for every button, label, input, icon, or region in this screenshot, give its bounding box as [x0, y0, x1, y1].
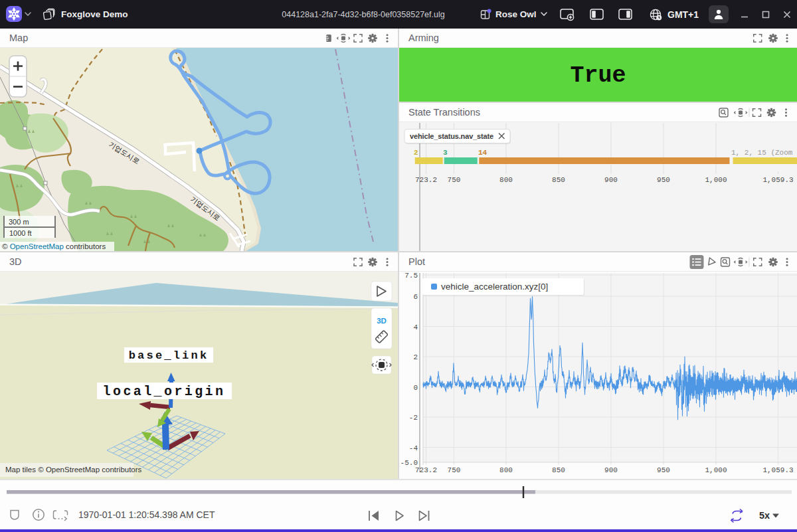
svg-text:2: 2: [413, 353, 418, 361]
svg-text:7.5: 7.5: [404, 272, 418, 280]
svg-text:900: 900: [604, 176, 618, 184]
svg-text:850: 850: [552, 176, 565, 184]
svg-text:0: 0: [413, 384, 418, 392]
svg-text:5x: 5x: [759, 510, 770, 521]
svg-text:1000 ft: 1000 ft: [9, 229, 32, 237]
svg-text:14: 14: [478, 149, 487, 157]
svg-text:4: 4: [413, 323, 418, 331]
svg-text:-2: -2: [409, 414, 418, 422]
svg-text:900: 900: [604, 466, 618, 474]
svg-text:1, 2, 15 (Zoom fo: 1, 2, 15 (Zoom fo: [731, 149, 797, 157]
svg-text:950: 950: [657, 466, 670, 474]
svg-text:800: 800: [499, 176, 513, 184]
svg-text:800: 800: [499, 466, 513, 474]
svg-text:1,000: 1,000: [705, 176, 727, 184]
svg-text:Map tiles © OpenStreetMap cont: Map tiles © OpenStreetMap contributors: [5, 466, 142, 474]
svg-text:vehicle_status.nav_state: vehicle_status.nav_state: [410, 132, 493, 140]
svg-text:vehicle_acceleration.xyz[0]: vehicle_acceleration.xyz[0]: [441, 282, 548, 292]
svg-text:850: 850: [552, 466, 565, 474]
svg-text:750: 750: [448, 466, 461, 474]
svg-text:© OpenStreetMap contributors: © OpenStreetMap contributors: [2, 242, 106, 250]
svg-text:723.2: 723.2: [415, 466, 437, 474]
svg-text:local_origin: local_origin: [103, 384, 226, 399]
svg-text:300 m: 300 m: [9, 218, 29, 226]
svg-text:750: 750: [448, 176, 461, 184]
svg-text:950: 950: [657, 176, 670, 184]
svg-text:2: 2: [414, 149, 418, 157]
svg-text:1,059.3: 1,059.3: [762, 176, 793, 184]
svg-text:6: 6: [413, 293, 418, 301]
svg-text:-4: -4: [409, 444, 418, 452]
svg-text:1970-01-01 1:20:54.398 AM CET: 1970-01-01 1:20:54.398 AM CET: [78, 509, 215, 520]
svg-text:723.2: 723.2: [415, 176, 437, 184]
svg-text:1,000: 1,000: [705, 466, 727, 474]
svg-text:3D: 3D: [377, 317, 387, 325]
svg-text:1,059.3: 1,059.3: [762, 466, 793, 474]
svg-text:3: 3: [443, 149, 448, 157]
svg-text:base_link: base_link: [129, 349, 209, 362]
